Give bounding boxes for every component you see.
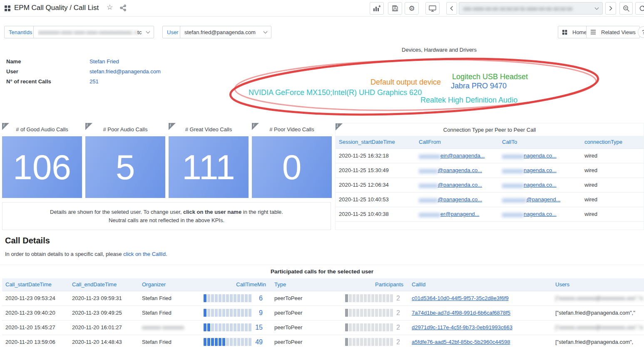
calls-panel-title[interactable]: Participated calls for the selected user (0, 268, 644, 275)
save-dashboard-button[interactable] (388, 2, 402, 15)
field-label: Name (6, 58, 90, 65)
annotation-ellipse (225, 54, 606, 120)
topbar: EPM Call Quality / Call List ☆ ⚙ xxx xxx… (0, 0, 644, 17)
time-back-button[interactable] (446, 2, 457, 15)
kpi-panel-title[interactable]: # of Good Audio Calls (2, 126, 82, 133)
kpi-value-card: 0 (252, 136, 332, 198)
session-start-cell: 2020-11-25 10:40:53 (336, 192, 415, 207)
time-range-picker[interactable]: xxx xxxx-xx-xx xx:xx:xx to xxxx-xx-xx xx… (459, 2, 603, 15)
participants-cell: 2 (342, 305, 408, 320)
call-to-cell[interactable]: xxxxxxxxx@panagend... (499, 192, 581, 207)
zoom-out-button[interactable] (619, 2, 633, 15)
connection-panel-title[interactable]: Connection Type per Peer to Peer Call (336, 127, 644, 133)
call-start-cell: 2020-11-23 09:53:24 (2, 291, 69, 305)
organizer-cell: Stefan Fried (139, 305, 200, 320)
col-session-start[interactable]: Session_startDateTime (336, 136, 415, 148)
devices-panel-title[interactable]: Devices, Hardware and Drivers (234, 47, 644, 53)
call-to-cell[interactable]: xxxxxxxxnagenda.co... (499, 207, 581, 221)
col-connection-type[interactable]: connectionType (581, 136, 644, 148)
calltime-value: 6 (259, 295, 263, 302)
calls-table-header: Call_startDateTime Call_endDateTime Orga… (2, 278, 644, 291)
kpi-panel-title[interactable]: # Poor Video Calls (252, 126, 332, 133)
calltime-cell: 49 (200, 335, 271, 348)
tv-mode-button[interactable] (425, 2, 440, 15)
dashboard: EPM Call Quality / Call List ☆ ⚙ xxx xxx… (0, 0, 644, 348)
col-call-end[interactable]: Call_endDateTime (69, 278, 139, 291)
call-from-cell[interactable]: xxxxxxx@panagenda.co... (415, 178, 499, 192)
refresh-button[interactable] (635, 2, 644, 15)
users-cell: ["xxxxxx.xxxxxxx@xxxxxxxxx.xxx","x (552, 320, 644, 335)
calltime-value: 9 (259, 309, 263, 317)
calltime-cell: 9 (200, 305, 271, 320)
calltime-value: 15 (255, 324, 263, 331)
field-value: Stefan Fried (90, 58, 119, 65)
col-call-start[interactable]: Call_startDateTime (2, 278, 69, 291)
col-call-from[interactable]: CallFrom (415, 136, 499, 148)
tenantids-variable-select[interactable]: xxxxxxxx-xxxx-xxxx-xxxx-xxxxxxxxxxxx; xt… (33, 26, 154, 38)
field-label: N° of recent Calls (6, 78, 90, 85)
bar-gauge (345, 294, 393, 302)
connection-type-cell: wired (581, 207, 644, 221)
calls-table-body: 2020-11-23 09:53:242020-11-23 09:59:31St… (2, 291, 644, 348)
call-from-cell[interactable]: xxxxxxxxer@panagend... (415, 207, 499, 221)
user-info-row: Userstefan.fried@panagenda.com (6, 68, 161, 75)
call-to-cell[interactable]: xxxxxxxxnagenda.co... (499, 163, 581, 178)
kpi-panel-title[interactable]: # Great Video Calls (169, 126, 249, 133)
dashboard-title[interactable]: EPM Call Quality / Call List (14, 4, 99, 12)
note-line-1: Details are shown for the seleted user. … (50, 209, 283, 215)
note-text: Details are shown for the seleted user. … (50, 209, 183, 215)
share-icon[interactable] (120, 5, 126, 13)
call-from-cell[interactable]: xxxxxxx@panagenda.co... (415, 163, 499, 178)
col-call-to[interactable]: CallTo (499, 136, 581, 148)
kpi-value-card: 106 (2, 136, 82, 198)
call-to-cell[interactable]: xxxxxxxxnagenda.co... (499, 148, 581, 163)
callid-cell[interactable]: d2971d9c-117e-4c5f-9b73-0eb91993c663 (408, 320, 552, 335)
callid-cell[interactable]: a5fdfe76-aad5-42bf-85bc-5b2960c44598 (408, 335, 552, 348)
star-icon[interactable]: ☆ (107, 4, 113, 11)
tenantids-value-visible: tc (137, 29, 142, 35)
kpi-panel-poor-video: i # Poor Video Calls 0 (252, 123, 332, 198)
col-organizer[interactable]: Organizer (139, 278, 200, 291)
call-start-cell: 2020-11-20 13:59:06 (2, 335, 69, 348)
participants-value: 2 (396, 338, 400, 346)
col-calltimemin[interactable]: CallTimeMin (200, 278, 271, 291)
time-forward-button[interactable] (605, 2, 616, 15)
user-variable-select[interactable]: stefan.fried@panagenda.com (180, 26, 271, 38)
call-start-cell: 2020-11-20 15:45:27 (2, 320, 69, 335)
connection-type-cell: wired (581, 192, 644, 207)
callid-cell[interactable]: c01d5364-10d0-44f5-9f57-35c2d8e3f6f9 (408, 291, 552, 305)
callid-cell[interactable]: 7a74d1be-ad7d-4f98-991d-6b6caf6878f5 (408, 305, 552, 320)
kpi-value-card: 5 (85, 136, 165, 198)
time-range-value: xxx xxxx-xx-xx xx:xx:xx to xxxx-xx-xx xx… (463, 5, 592, 12)
chevron-down-icon (264, 30, 268, 34)
dashboard-settings-button[interactable]: ⚙ (405, 2, 419, 15)
tenantids-variable-label: TenantIds (4, 26, 37, 38)
type-cell: peerToPeer (271, 291, 342, 305)
connection-row: 2020-11-25 12:06:34xxxxxxx@panagenda.co.… (336, 178, 644, 192)
apps-grid-icon[interactable] (4, 5, 11, 13)
col-type[interactable]: Type (271, 278, 342, 291)
call-from-cell[interactable]: xxxxxxxxein@panagenda... (415, 148, 499, 163)
col-callid[interactable]: CallId (408, 278, 552, 291)
related-views-button[interactable]: Related Views (586, 26, 640, 38)
note-text: in the right table. (241, 209, 283, 215)
call-row: 2020-11-23 09:53:242020-11-23 09:59:31St… (2, 291, 644, 305)
gpu-device-value: NVIDIA GeForce MX150;Intel(R) UHD Graphi… (249, 88, 422, 97)
user-info-row: NameStefan Fried (6, 58, 119, 65)
related-views-label: Related Views (601, 29, 636, 35)
add-panel-button[interactable] (370, 2, 384, 15)
call-details-subtitle: In order to obtain details to a specific… (5, 251, 167, 257)
connection-table: Session_startDateTime CallFrom CallTo co… (336, 136, 644, 222)
call-start-cell: 2020-11-23 09:40:20 (2, 305, 69, 320)
calltime-cell: 15 (200, 320, 271, 335)
call-row: 2020-11-23 09:40:202020-11-23 09:49:25St… (2, 305, 644, 320)
calltime-cell: 6 (200, 291, 271, 305)
call-to-cell[interactable]: xxxxxxxxnagenda.co... (499, 178, 581, 192)
call-from-cell[interactable]: xxxxxxx@panagenda.co... (415, 192, 499, 207)
kpi-panel-title[interactable]: # Poor Audio Calls (85, 126, 165, 133)
kpi-value: 106 (13, 147, 71, 188)
col-users[interactable]: Users (552, 278, 644, 291)
call-end-cell: 2020-11-20 16:01:27 (69, 320, 139, 335)
participants-cell: 2 (342, 335, 408, 348)
col-participants[interactable]: Participants (342, 278, 408, 291)
